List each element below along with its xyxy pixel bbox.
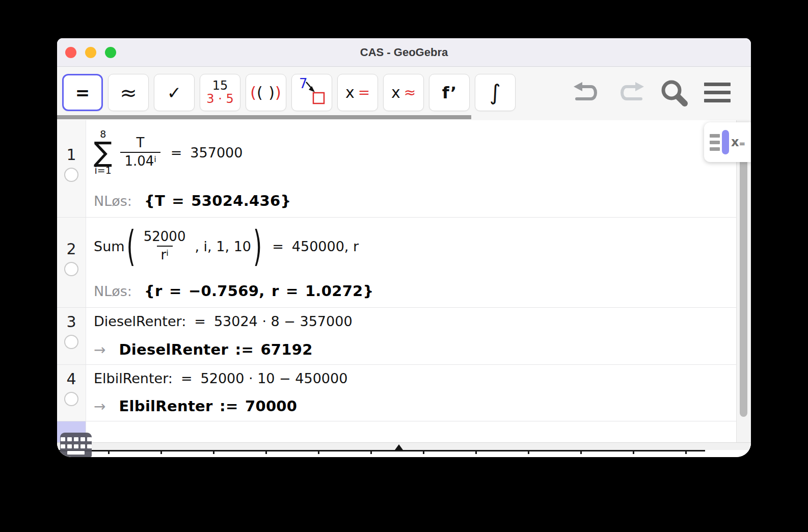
equals-sign: = [194,313,206,329]
row-toggle-circle[interactable] [64,335,78,349]
cas-row-2[interactable]: 2 Sum ( 52000 ri , i, 1, 10 ) = 45 [57,218,736,308]
search-icon[interactable] [659,78,689,108]
row-number-column: 4 [57,365,86,421]
row-content: 8 ∑ i=1 T 1.04i = 357000 NLøs: {T = [86,120,736,217]
cas-output: → ElbilRenter := 70000 [86,391,736,421]
toolbar-right-icons [574,74,731,111]
row-toggle-circle[interactable] [64,168,78,182]
nsolve-icon: x ≈ [391,84,416,101]
graphics-view-edge [57,442,751,457]
row-content: DieselRenter: = 53024 · 8 − 357000 → Die… [86,308,736,364]
close-button[interactable] [65,47,76,58]
row-toggle-circle[interactable] [64,392,78,406]
cas-output: NLøs: {r = −0.7569, r = 1.0272} [86,275,736,307]
input-rhs: 53024 · 8 − 357000 [214,313,353,329]
evaluate-button[interactable]: = [62,74,103,111]
assignment-lhs: DieselRenter: [94,313,186,329]
vertical-scrollbar-track[interactable] [736,120,751,442]
cas-input: ElbilRenter: = 52000 · 10 − 450000 [86,365,736,391]
function-name: Sum [94,238,125,254]
solve-button[interactable]: x = [337,74,378,111]
derivative-button[interactable]: f’ [429,74,470,111]
check-icon: ✓ [167,83,182,103]
cursor-bar-icon [722,130,729,154]
row-content: ElbilRenter: = 52000 · 10 − 450000 → Elb… [86,365,736,421]
close-paren: ) [253,225,262,267]
row-content: Sum ( 52000 ri , i, 1, 10 ) = 450000, r … [86,218,736,307]
input-rhs: 450000, r [292,238,359,254]
numeric-fraction-button[interactable]: 15 3 · 5 [200,74,240,111]
keep-input-button[interactable]: ✓ [154,74,195,111]
row-number-column: 2 [57,218,86,307]
window-title: CAS - GeoGebra [57,38,751,66]
vertical-scrollbar-thumb[interactable] [740,158,747,417]
equals-sign: = [181,370,193,386]
cas-rows: 1 8 ∑ i=1 T 1.04i = [57,120,736,442]
toolbar-buttons: = ≈ ✓ 15 3 · 5 (( )) 7 [62,74,516,111]
assignment-lhs: ElbilRenter: [94,370,173,386]
fraction: 52000 ri [140,229,190,262]
cas-output: NLøs: {T = 53024.436} [86,184,736,217]
keyboard-toggle-button[interactable] [60,433,92,457]
sum-sigma: 8 ∑ i=1 [94,129,112,175]
view-divider-strip[interactable] [57,442,751,450]
row-index: 4 [66,370,76,388]
row-toggle-circle[interactable] [64,262,78,276]
minimize-button[interactable] [85,47,96,58]
output-value: {T = 53024.436} [144,192,291,209]
cas-input: Sum ( 52000 ri , i, 1, 10 ) = 450000, r [86,218,736,275]
cas-row-3[interactable]: 3 DieselRenter: = 53024 · 8 − 357000 → D… [57,308,736,365]
cas-view: 1 8 ∑ i=1 T 1.04i = [57,120,751,442]
equals-sign: = [272,238,284,254]
substitute-number: 7 [299,76,308,91]
nsolve-label: NLøs: [94,283,132,299]
output-arrow-icon: → [94,341,105,358]
cas-toolbar: = ≈ ✓ 15 3 · 5 (( )) 7 [57,67,751,121]
substitute-button[interactable]: 7 [291,74,332,111]
row-number-column: 1 [57,120,86,217]
geogebra-window: CAS - GeoGebra = ≈ ✓ 15 3 · 5 (( )) [57,38,751,457]
open-paren: ( [127,225,136,267]
redo-icon[interactable] [616,82,644,103]
fraction-icon: 15 3 · 5 [206,79,233,105]
cas-row-empty-selected[interactable] [57,421,736,442]
solve-icon: x = [345,84,370,101]
x-equals-icon: x= [731,135,745,149]
approx-icon: ≈ [120,81,137,104]
menu-icon[interactable] [704,83,731,102]
toolbar-scrollbar[interactable] [57,115,471,119]
output-value: ElbilRenter := 70000 [119,397,297,415]
output-value: DieselRenter := 67192 [119,341,312,358]
equals-sign: = [171,145,182,161]
list-lines-icon [710,134,720,151]
input-rhs: 52000 · 10 − 450000 [201,370,348,386]
keyboard-icon [60,437,92,441]
equals-icon: = [75,83,90,103]
cas-row-1[interactable]: 1 8 ∑ i=1 T 1.04i = [57,120,736,218]
row-content[interactable] [86,421,736,442]
cas-input: 8 ∑ i=1 T 1.04i = 357000 [86,120,736,184]
row-index: 2 [66,240,76,258]
brackets-icon: (( )) [250,84,281,101]
nsolve-label: NLøs: [94,193,132,209]
row-index: 1 [66,146,76,164]
undo-icon[interactable] [574,82,601,103]
output-value: {r = −0.7569, r = 1.0272} [144,282,374,300]
axis-ticks [57,451,705,454]
cas-input: DieselRenter: = 53024 · 8 − 357000 [86,308,736,335]
expand-button[interactable]: (( )) [246,74,286,111]
algebra-style-toggle[interactable]: x= [704,122,751,162]
cas-row-4[interactable]: 4 ElbilRenter: = 52000 · 10 − 450000 → E… [57,365,736,421]
approximate-button[interactable]: ≈ [108,74,149,111]
row-number-column: 3 [57,308,86,364]
axis-arrow-icon [395,444,403,450]
nsolve-button[interactable]: x ≈ [383,74,424,111]
integral-button[interactable]: ∫ [475,74,516,111]
input-rhs: 357000 [190,145,243,161]
output-arrow-icon: → [94,398,105,415]
cas-output: → DieselRenter := 67192 [86,335,736,364]
row-index: 3 [66,313,76,331]
integral-icon: ∫ [490,80,501,105]
title-bar: CAS - GeoGebra [57,38,751,67]
zoom-button[interactable] [105,47,116,58]
